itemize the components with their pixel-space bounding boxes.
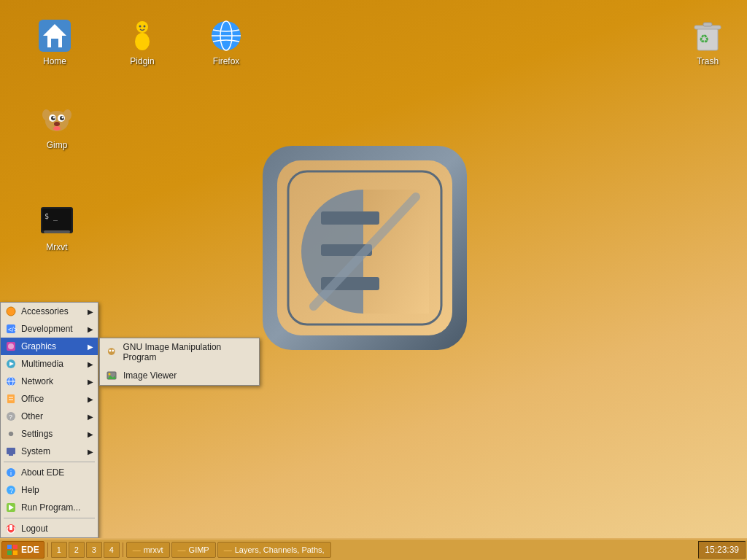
svg-rect-11 xyxy=(51,39,58,47)
graphics-submenu: GNU Image Manipulation Program Image Vie… xyxy=(99,338,260,386)
svg-point-13 xyxy=(139,26,142,28)
svg-text:♻: ♻ xyxy=(699,33,709,45)
svg-text:$ _: $ _ xyxy=(44,212,58,221)
other-icon: ? xyxy=(5,411,17,422)
svg-text:i: i xyxy=(10,470,12,477)
svg-rect-61 xyxy=(9,454,13,456)
menu-item-help[interactable]: ? Help xyxy=(1,481,98,499)
taskbar-divider-2 xyxy=(123,542,123,557)
settings-icon xyxy=(5,428,17,440)
svg-point-44 xyxy=(109,350,111,352)
svg-rect-5 xyxy=(321,211,379,225)
svg-rect-33 xyxy=(44,230,70,233)
submenu-item-gimp[interactable]: GNU Image Manipulation Program xyxy=(100,338,259,366)
pidgin-icon xyxy=(125,18,160,53)
ede-logo xyxy=(255,139,474,357)
svg-point-14 xyxy=(144,26,146,28)
svg-point-26 xyxy=(53,117,55,119)
svg-rect-36 xyxy=(703,23,712,26)
start-button[interactable]: EDE xyxy=(1,541,44,559)
image-viewer-icon xyxy=(106,370,117,381)
trash-icon: ♻ xyxy=(690,18,725,53)
development-icon: </> xyxy=(5,323,17,335)
run-icon xyxy=(5,502,17,513)
menu-item-accessories[interactable]: Accessories ▶ xyxy=(1,303,98,320)
firefox-label: Firefox xyxy=(213,56,240,66)
desktop-icon-mrxvt[interactable]: $ _ Mrxvt xyxy=(28,204,86,252)
menu-item-system[interactable]: System ▶ xyxy=(1,443,98,460)
gimp-icon xyxy=(39,102,74,137)
svg-text:</>: </> xyxy=(8,326,17,333)
menu-separator-2 xyxy=(4,518,95,518)
menu-item-office[interactable]: Office ▶ xyxy=(1,390,98,408)
svg-point-15 xyxy=(135,33,150,50)
workspace-btn-4[interactable]: 4 xyxy=(104,542,120,558)
svg-text:?: ? xyxy=(9,413,12,421)
svg-point-43 xyxy=(108,348,115,355)
multimedia-icon xyxy=(5,358,17,370)
menu-item-settings[interactable]: Settings ▶ xyxy=(1,425,98,443)
svg-point-12 xyxy=(136,21,148,33)
gimp-label: Gimp xyxy=(47,140,68,150)
svg-point-28 xyxy=(54,122,60,126)
desktop-icon-home[interactable]: Home xyxy=(26,18,84,66)
taskbar-app-mrxvt[interactable]: — mrxvt xyxy=(126,542,170,558)
desktop-icon-gimp[interactable]: Gimp xyxy=(28,102,86,150)
help-icon: ? xyxy=(5,484,17,496)
mrxvt-label: Mrxvt xyxy=(46,242,67,252)
logout-icon xyxy=(5,523,17,534)
trash-label: Trash xyxy=(697,56,719,66)
taskbar-app-gimp[interactable]: — GIMP xyxy=(171,542,216,558)
svg-rect-69 xyxy=(9,525,12,530)
pidgin-label: Pidgin xyxy=(130,56,154,66)
svg-point-45 xyxy=(112,350,114,352)
gimp-submenu-icon xyxy=(106,346,117,358)
graphics-icon xyxy=(5,341,17,352)
desktop-icon-firefox[interactable]: Firefox xyxy=(197,18,255,66)
about-icon: i xyxy=(5,467,17,478)
taskbar-clock: 15:23:39 xyxy=(698,541,746,559)
menu-item-other[interactable]: ? Other ▶ xyxy=(1,408,98,425)
menu-separator-1 xyxy=(4,462,95,462)
svg-point-47 xyxy=(109,373,111,376)
system-icon xyxy=(5,446,17,457)
menu-item-graphics[interactable]: Graphics ▶ GNU Image Manipulation Progra… xyxy=(1,338,98,355)
menu-item-logout[interactable]: Logout xyxy=(1,520,98,537)
menu-item-network[interactable]: Network ▶ xyxy=(1,373,98,390)
network-icon xyxy=(5,376,17,387)
firefox-icon xyxy=(209,18,244,53)
svg-rect-73 xyxy=(13,551,18,555)
svg-point-29 xyxy=(53,126,61,131)
app-menu: Accessories ▶ </> Development ▶ Graphics… xyxy=(0,302,98,538)
start-icon xyxy=(7,544,18,556)
mrxvt-icon: $ _ xyxy=(39,204,74,239)
svg-point-27 xyxy=(62,117,64,119)
taskbar: EDE 1 2 3 4 — mrxvt — GIMP — Layers, Cha… xyxy=(0,538,747,560)
menu-item-run-program[interactable]: Run Program... xyxy=(1,499,98,516)
svg-rect-4 xyxy=(363,190,429,314)
svg-point-42 xyxy=(8,343,14,349)
menu-item-development[interactable]: </> Development ▶ xyxy=(1,320,98,338)
desktop-icon-pidgin[interactable]: Pidgin xyxy=(113,18,171,66)
home-icon xyxy=(37,18,72,53)
svg-rect-60 xyxy=(7,448,15,454)
workspace-btn-1[interactable]: 1 xyxy=(51,542,67,558)
office-icon xyxy=(5,393,17,405)
taskbar-divider-1 xyxy=(47,542,48,557)
svg-rect-54 xyxy=(7,394,15,403)
workspace-btn-2[interactable]: 2 xyxy=(69,542,85,558)
svg-point-38 xyxy=(7,307,15,316)
submenu-item-image-viewer[interactable]: Image Viewer xyxy=(100,366,259,385)
svg-text:?: ? xyxy=(9,487,13,494)
desktop-icon-trash[interactable]: ♻ Trash xyxy=(678,18,737,66)
svg-rect-70 xyxy=(7,545,12,549)
workspace-btn-3[interactable]: 3 xyxy=(86,542,102,558)
accessories-icon xyxy=(5,306,17,317)
taskbar-app-layers[interactable]: — Layers, Channels, Paths, xyxy=(217,542,331,558)
home-label: Home xyxy=(43,56,66,66)
svg-rect-71 xyxy=(13,545,18,549)
menu-item-multimedia[interactable]: Multimedia ▶ xyxy=(1,355,98,373)
svg-rect-72 xyxy=(7,551,12,555)
menu-item-about-ede[interactable]: i About EDE xyxy=(1,464,98,481)
